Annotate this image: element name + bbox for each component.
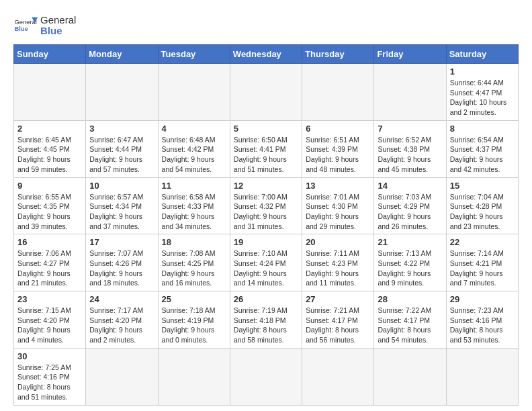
calendar-cell [14, 64, 86, 121]
calendar-cell: 27Sunrise: 7:21 AM Sunset: 4:17 PM Dayli… [302, 291, 374, 349]
day-number: 22 [450, 237, 515, 247]
day-number: 20 [306, 237, 370, 247]
calendar-cell [230, 64, 302, 121]
day-info: Sunrise: 7:13 AM Sunset: 4:22 PM Dayligh… [378, 248, 442, 288]
calendar-cell [374, 348, 446, 405]
day-info: Sunrise: 7:07 AM Sunset: 4:26 PM Dayligh… [89, 248, 154, 288]
calendar-cell: 24Sunrise: 7:17 AM Sunset: 4:20 PM Dayli… [86, 291, 158, 349]
day-number: 25 [162, 294, 226, 304]
day-info: Sunrise: 6:45 AM Sunset: 4:45 PM Dayligh… [17, 135, 82, 175]
calendar-cell: 8Sunrise: 6:54 AM Sunset: 4:37 PM Daylig… [446, 120, 518, 177]
day-info: Sunrise: 7:17 AM Sunset: 4:20 PM Dayligh… [89, 306, 154, 345]
calendar-cell: 30Sunrise: 7:25 AM Sunset: 4:16 PM Dayli… [14, 348, 86, 405]
calendar-cell [302, 348, 374, 405]
day-number: 13 [306, 181, 370, 191]
calendar-cell: 26Sunrise: 7:19 AM Sunset: 4:18 PM Dayli… [230, 291, 302, 349]
calendar-cell: 20Sunrise: 7:11 AM Sunset: 4:23 PM Dayli… [302, 234, 374, 291]
day-number: 21 [378, 237, 442, 247]
day-number: 26 [234, 294, 298, 304]
calendar-cell: 2Sunrise: 6:45 AM Sunset: 4:45 PM Daylig… [14, 120, 86, 177]
day-number: 9 [17, 181, 82, 191]
calendar-cell [374, 64, 446, 121]
calendar-cell: 19Sunrise: 7:10 AM Sunset: 4:24 PM Dayli… [230, 234, 302, 291]
day-info: Sunrise: 6:58 AM Sunset: 4:33 PM Dayligh… [162, 192, 226, 232]
calendar-cell: 23Sunrise: 7:15 AM Sunset: 4:20 PM Dayli… [14, 291, 86, 349]
day-info: Sunrise: 7:19 AM Sunset: 4:18 PM Dayligh… [234, 306, 298, 345]
calendar-cell: 3Sunrise: 6:47 AM Sunset: 4:44 PM Daylig… [86, 120, 158, 177]
calendar-cell [158, 348, 230, 405]
weekday-header-tuesday: Tuesday [158, 45, 230, 64]
calendar-cell: 29Sunrise: 7:23 AM Sunset: 4:16 PM Dayli… [446, 291, 518, 349]
day-info: Sunrise: 7:22 AM Sunset: 4:17 PM Dayligh… [378, 306, 442, 345]
weekday-header-wednesday: Wednesday [230, 45, 302, 64]
calendar-week-row: 1Sunrise: 6:44 AM Sunset: 4:47 PM Daylig… [14, 64, 519, 121]
calendar-cell: 6Sunrise: 6:51 AM Sunset: 4:39 PM Daylig… [302, 120, 374, 177]
day-info: Sunrise: 7:21 AM Sunset: 4:17 PM Dayligh… [306, 306, 370, 345]
day-number: 11 [162, 181, 226, 191]
weekday-header-thursday: Thursday [302, 45, 374, 64]
calendar-cell [446, 348, 518, 405]
day-info: Sunrise: 7:10 AM Sunset: 4:24 PM Dayligh… [234, 248, 298, 288]
calendar-cell: 15Sunrise: 7:04 AM Sunset: 4:28 PM Dayli… [446, 177, 518, 234]
day-info: Sunrise: 7:15 AM Sunset: 4:20 PM Dayligh… [17, 306, 82, 345]
calendar-week-row: 16Sunrise: 7:06 AM Sunset: 4:27 PM Dayli… [14, 234, 519, 291]
calendar-cell: 4Sunrise: 6:48 AM Sunset: 4:42 PM Daylig… [158, 120, 230, 177]
day-number: 3 [89, 124, 154, 134]
day-number: 23 [17, 294, 82, 304]
day-info: Sunrise: 6:57 AM Sunset: 4:34 PM Dayligh… [89, 192, 154, 232]
day-info: Sunrise: 7:00 AM Sunset: 4:32 PM Dayligh… [234, 192, 298, 232]
day-number: 27 [306, 294, 370, 304]
calendar-cell: 13Sunrise: 7:01 AM Sunset: 4:30 PM Dayli… [302, 177, 374, 234]
day-number: 30 [17, 351, 82, 361]
calendar-cell: 9Sunrise: 6:55 AM Sunset: 4:35 PM Daylig… [14, 177, 86, 234]
calendar-week-row: 9Sunrise: 6:55 AM Sunset: 4:35 PM Daylig… [14, 177, 519, 234]
day-number: 4 [162, 124, 226, 134]
day-number: 5 [234, 124, 298, 134]
day-info: Sunrise: 7:08 AM Sunset: 4:25 PM Dayligh… [162, 248, 226, 288]
day-number: 19 [234, 237, 298, 247]
calendar-cell: 16Sunrise: 7:06 AM Sunset: 4:27 PM Dayli… [14, 234, 86, 291]
day-number: 17 [89, 237, 154, 247]
calendar-cell: 17Sunrise: 7:07 AM Sunset: 4:26 PM Dayli… [86, 234, 158, 291]
day-info: Sunrise: 7:04 AM Sunset: 4:28 PM Dayligh… [450, 192, 515, 232]
calendar-cell: 28Sunrise: 7:22 AM Sunset: 4:17 PM Dayli… [374, 291, 446, 349]
day-number: 29 [450, 294, 515, 304]
calendar-table: SundayMondayTuesdayWednesdayThursdayFrid… [13, 44, 519, 406]
day-number: 18 [162, 237, 226, 247]
calendar-cell: 22Sunrise: 7:14 AM Sunset: 4:21 PM Dayli… [446, 234, 518, 291]
day-number: 14 [378, 181, 442, 191]
calendar-week-row: 23Sunrise: 7:15 AM Sunset: 4:20 PM Dayli… [14, 291, 519, 349]
day-number: 8 [450, 124, 515, 134]
calendar-cell [158, 64, 230, 121]
day-info: Sunrise: 6:50 AM Sunset: 4:41 PM Dayligh… [234, 135, 298, 175]
calendar-week-row: 30Sunrise: 7:25 AM Sunset: 4:16 PM Dayli… [14, 348, 519, 405]
day-info: Sunrise: 6:44 AM Sunset: 4:47 PM Dayligh… [450, 78, 515, 118]
day-info: Sunrise: 6:48 AM Sunset: 4:42 PM Dayligh… [162, 135, 226, 175]
day-number: 7 [378, 124, 442, 134]
day-info: Sunrise: 7:11 AM Sunset: 4:23 PM Dayligh… [306, 248, 370, 288]
weekday-header-monday: Monday [86, 45, 158, 64]
calendar-cell: 7Sunrise: 6:52 AM Sunset: 4:38 PM Daylig… [374, 120, 446, 177]
calendar-cell [86, 64, 158, 121]
day-number: 10 [89, 181, 154, 191]
day-info: Sunrise: 6:52 AM Sunset: 4:38 PM Dayligh… [378, 135, 442, 175]
weekday-header-sunday: Sunday [14, 45, 86, 64]
day-info: Sunrise: 6:55 AM Sunset: 4:35 PM Dayligh… [17, 192, 82, 232]
day-info: Sunrise: 6:51 AM Sunset: 4:39 PM Dayligh… [306, 135, 370, 175]
calendar-cell [302, 64, 374, 121]
day-number: 24 [89, 294, 154, 304]
day-info: Sunrise: 7:06 AM Sunset: 4:27 PM Dayligh… [17, 248, 82, 288]
day-number: 16 [17, 237, 82, 247]
calendar-cell [86, 348, 158, 405]
calendar-cell [230, 348, 302, 405]
day-number: 1 [450, 66, 515, 77]
calendar-cell: 5Sunrise: 6:50 AM Sunset: 4:41 PM Daylig… [230, 120, 302, 177]
calendar-cell: 12Sunrise: 7:00 AM Sunset: 4:32 PM Dayli… [230, 177, 302, 234]
logo: General Blue General Blue [13, 13, 76, 38]
day-info: Sunrise: 7:03 AM Sunset: 4:29 PM Dayligh… [378, 192, 442, 232]
svg-text:Blue: Blue [14, 26, 28, 32]
day-info: Sunrise: 7:25 AM Sunset: 4:16 PM Dayligh… [17, 363, 82, 402]
day-info: Sunrise: 6:47 AM Sunset: 4:44 PM Dayligh… [89, 135, 154, 175]
generalblue-logo-icon: General Blue [13, 13, 38, 38]
calendar-header-row: SundayMondayTuesdayWednesdayThursdayFrid… [14, 45, 519, 64]
